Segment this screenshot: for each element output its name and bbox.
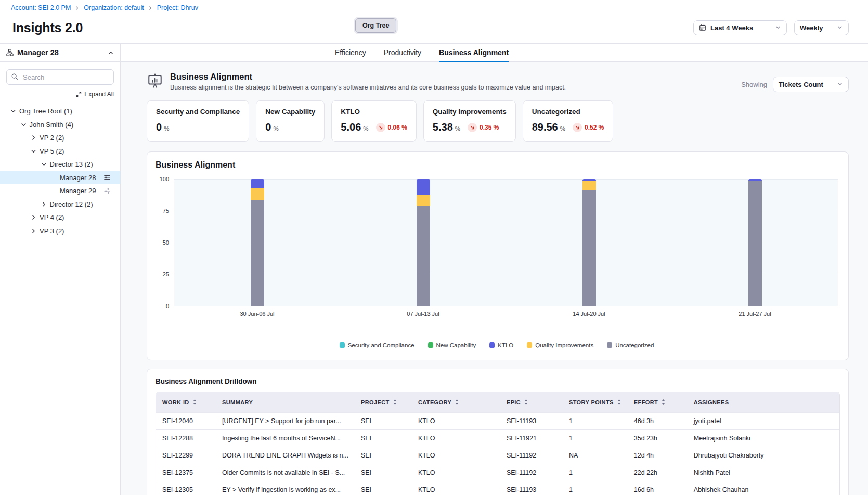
table-cell: SEI bbox=[355, 447, 412, 464]
stat-card-unit: % bbox=[560, 125, 565, 132]
table-cell: DORA TREND LINE GRAPH Widgets is n... bbox=[216, 447, 355, 464]
legend-item-new-capability[interactable]: New Capability bbox=[428, 342, 476, 348]
tab-business-alignment[interactable]: Business Alignment bbox=[439, 44, 509, 62]
y-axis-tick: 50 bbox=[163, 239, 169, 246]
column-header-project[interactable]: PROJECT bbox=[355, 392, 412, 412]
breadcrumb-project-link[interactable]: Project: Dhruv bbox=[157, 4, 198, 11]
chevron-right-icon[interactable] bbox=[31, 214, 37, 220]
stat-card-unit: % bbox=[455, 125, 460, 132]
stat-card-unit: % bbox=[164, 125, 169, 132]
table-row[interactable]: SEI-12305EY > Verify if ingestion is wor… bbox=[156, 481, 839, 495]
stat-card-title: KTLO bbox=[341, 108, 407, 116]
legend-item-uncategorized[interactable]: Uncategorized bbox=[607, 342, 654, 348]
column-label: PROJECT bbox=[361, 399, 390, 405]
tree-item-vp-5-2[interactable]: VP 5 (2) bbox=[0, 145, 120, 158]
insights-page: Account: SEI 2.0 PM Organization: defaul… bbox=[0, 0, 868, 495]
tree-item-manager-28[interactable]: Manager 28 bbox=[0, 171, 120, 185]
org-tree: Org Tree Root (1)John Smith (4)VP 2 (2)V… bbox=[0, 105, 120, 237]
chevron-right-icon[interactable] bbox=[41, 201, 47, 207]
stat-card-uncategorized: Uncategorized89.56%0.52 % bbox=[523, 100, 614, 142]
sort-icon bbox=[455, 399, 459, 405]
stat-card-value: 89.56 bbox=[532, 121, 558, 133]
tree-item-vp-3-2[interactable]: VP 3 (2) bbox=[0, 224, 120, 238]
chevron-right-icon[interactable] bbox=[31, 135, 37, 141]
column-header-work-id[interactable]: WORK ID bbox=[156, 392, 216, 412]
tree-item-org-tree-root-1[interactable]: Org Tree Root (1) bbox=[0, 105, 120, 118]
tree-item-manager-29[interactable]: Manager 29 bbox=[0, 184, 120, 198]
table-row[interactable]: SEI-12299DORA TREND LINE GRAPH Widgets i… bbox=[156, 447, 839, 464]
interval-dropdown[interactable]: Weekly bbox=[794, 20, 849, 35]
presentation-chart-icon bbox=[147, 73, 163, 92]
chevron-up-icon[interactable] bbox=[108, 49, 114, 56]
tree-item-label: Manager 28 bbox=[60, 174, 96, 182]
filter-sliders-icon[interactable] bbox=[103, 174, 111, 181]
drilldown-card: Business Alignment Drilldown WORK IDSUMM… bbox=[147, 369, 849, 495]
table-row[interactable]: SEI-12288Ingesting the last 6 months of … bbox=[156, 429, 839, 447]
tree-item-director-12-2[interactable]: Director 12 (2) bbox=[0, 198, 120, 211]
legend-swatch bbox=[527, 342, 532, 348]
column-header-story-points[interactable]: STORY POINTS bbox=[563, 392, 628, 412]
table-cell: SEI-12299 bbox=[156, 447, 216, 464]
search-input[interactable] bbox=[6, 69, 114, 85]
tab-band: Manager 28 Efficiency Productivity Busin… bbox=[0, 43, 868, 62]
header-controls: Last 4 Weeks Weekly bbox=[693, 20, 849, 35]
table-cell: Ingesting the last 6 months of ServiceN.… bbox=[216, 429, 355, 447]
column-label: EFFORT bbox=[634, 399, 658, 405]
breadcrumb-organization-link[interactable]: Organization: default bbox=[84, 4, 144, 11]
business-alignment-chart-card: Business Alignment 0255075100 30 Jun-06 … bbox=[147, 151, 849, 360]
table-cell: 1 bbox=[563, 412, 628, 429]
legend-item-security-and-compliance[interactable]: Security and Compliance bbox=[340, 342, 414, 348]
chevron-down-icon[interactable] bbox=[10, 108, 17, 114]
drilldown-table: WORK IDSUMMARYPROJECTCATEGORYEPICSTORY P… bbox=[156, 392, 839, 495]
chevron-down-icon[interactable] bbox=[31, 148, 37, 154]
chart-plot-area bbox=[174, 179, 838, 306]
expand-all-label: Expand All bbox=[84, 91, 114, 98]
y-axis-tick: 0 bbox=[166, 303, 169, 309]
chevron-down-icon[interactable] bbox=[21, 122, 27, 128]
expand-all-button[interactable]: Expand All bbox=[6, 91, 114, 98]
legend-label: Uncategorized bbox=[615, 342, 654, 348]
filter-sliders-icon[interactable] bbox=[103, 187, 111, 195]
table-cell: Meetrajsinh Solanki bbox=[688, 429, 839, 447]
date-range-value: Last 4 Weeks bbox=[710, 24, 771, 32]
stacked-bar bbox=[251, 179, 264, 306]
table-body: SEI-12040[URGENT] EY > Support for job r… bbox=[156, 412, 839, 495]
showing-label: Showing bbox=[741, 81, 767, 88]
trend-change-value: 0.06 % bbox=[388, 124, 407, 131]
sort-icon bbox=[393, 399, 397, 405]
trend-down-icon bbox=[573, 123, 582, 132]
table-row[interactable]: SEI-12375Older Commits is not available … bbox=[156, 464, 839, 481]
column-header-category[interactable]: CATEGORY bbox=[412, 392, 500, 412]
tree-item-vp-4-2[interactable]: VP 4 (2) bbox=[0, 211, 120, 224]
bar-segment-quality-improvements bbox=[582, 181, 596, 190]
date-range-dropdown[interactable]: Last 4 Weeks bbox=[693, 20, 787, 35]
breadcrumb: Account: SEI 2.0 PM Organization: defaul… bbox=[11, 4, 849, 11]
column-header-epic[interactable]: EPIC bbox=[500, 392, 563, 412]
column-header-effort[interactable]: EFFORT bbox=[628, 392, 688, 412]
legend-item-quality-improvements[interactable]: Quality Improvements bbox=[527, 342, 593, 348]
chevron-down-icon[interactable] bbox=[41, 161, 47, 167]
tab-efficiency[interactable]: Efficiency bbox=[335, 44, 366, 62]
tab-productivity[interactable]: Productivity bbox=[384, 44, 421, 62]
trend-badge: 0.52 % bbox=[573, 123, 604, 132]
tree-item-director-13-2[interactable]: Director 13 (2) bbox=[0, 158, 120, 171]
legend-item-ktlo[interactable]: KTLO bbox=[489, 342, 513, 348]
table-cell: 1 bbox=[563, 429, 628, 447]
gridline bbox=[174, 211, 838, 211]
stat-card-title: Uncategorized bbox=[532, 108, 604, 116]
breadcrumb-account-link[interactable]: Account: SEI 2.0 PM bbox=[11, 4, 71, 11]
table-cell: SEI-12305 bbox=[156, 481, 216, 495]
table-cell: SEI bbox=[355, 429, 412, 447]
table-row[interactable]: SEI-12040[URGENT] EY > Support for job r… bbox=[156, 412, 839, 429]
legend-label: KTLO bbox=[498, 342, 513, 348]
table-cell: EY > Verify if ingestion is working as e… bbox=[216, 481, 355, 495]
tree-item-john-smith-4[interactable]: John Smith (4) bbox=[0, 118, 120, 132]
showing-dropdown[interactable]: Tickets Count bbox=[773, 77, 849, 92]
tree-item-vp-2-2[interactable]: VP 2 (2) bbox=[0, 131, 120, 145]
table-cell: SEI-11193 bbox=[500, 412, 563, 429]
table-cell: SEI bbox=[355, 412, 412, 429]
table-cell: [URGENT] EY > Support for job run par... bbox=[216, 412, 355, 429]
legend-label: Quality Improvements bbox=[535, 342, 593, 348]
org-tree-button[interactable]: Org Tree bbox=[355, 18, 396, 33]
chevron-right-icon[interactable] bbox=[31, 228, 37, 234]
